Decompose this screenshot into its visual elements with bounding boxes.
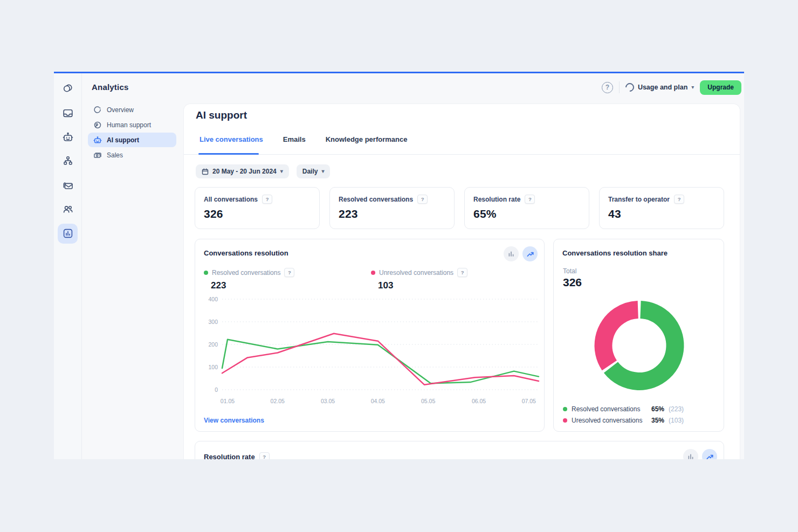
section-title: AI support [196, 109, 247, 121]
mail-icon[interactable] [61, 179, 74, 192]
overview-icon [93, 106, 102, 114]
sidebar-item-label: Overview [107, 106, 134, 114]
chart-title: Conversations resolution share [562, 246, 668, 257]
unresolved-dot [563, 418, 567, 423]
svg-text:300: 300 [208, 319, 218, 325]
stat-label: Resolved conversations [339, 196, 413, 203]
tab-knowledge-performance[interactable]: Knowledge performance [326, 135, 408, 151]
bar-chart-toggle[interactable] [504, 246, 519, 261]
top-header: Analytics ? Usage and plan ▾ Upgrade [81, 73, 744, 101]
view-conversations-link[interactable]: View conversations [204, 417, 264, 424]
legend-percent: 65% [651, 405, 664, 413]
legend-count: (223) [669, 405, 684, 413]
usage-label: Usage and plan [638, 84, 687, 91]
unresolved-dot [371, 271, 375, 275]
question-tooltip-icon[interactable]: ? [259, 452, 270, 460]
tab-bar: Live conversations Emails Knowledge perf… [200, 135, 407, 151]
calendar-icon [202, 168, 209, 175]
resolution-line-chart: 400300200100001.0502.0503.0504.0505.0506… [200, 294, 540, 409]
svg-text:02.05: 02.05 [271, 398, 285, 404]
legend-label: Unresolved conversations [379, 269, 453, 277]
resolved-dot [563, 407, 567, 411]
stat-value: 43 [608, 208, 715, 220]
sidebar-item-label: Sales [107, 151, 123, 159]
users-icon[interactable] [61, 203, 74, 216]
chart-title: Resolution rate [204, 453, 255, 460]
granularity-select[interactable]: Daily ▾ [297, 164, 331, 178]
stat-value: 65% [473, 208, 580, 220]
stat-value: 223 [339, 208, 445, 220]
usage-and-plan-dropdown[interactable]: Usage and plan ▾ [625, 83, 694, 92]
upgrade-button[interactable]: Upgrade [700, 80, 741, 95]
active-tab-underline [198, 153, 259, 155]
legend-resolved: Resolved conversations ? 223 [204, 268, 294, 291]
resolution-share-card: Conversations resolution share Total 326… [553, 239, 724, 432]
question-tooltip-icon[interactable]: ? [457, 268, 467, 277]
sidebar-item-human-support[interactable]: Human support [88, 118, 176, 132]
human-support-icon [93, 121, 102, 129]
flows-icon[interactable] [61, 155, 74, 168]
analytics-icon[interactable] [61, 227, 74, 240]
legend-percent: 35% [651, 417, 664, 424]
stat-card-row: All conversations? 326 Resolved conversa… [195, 187, 724, 229]
total-label: Total [563, 267, 576, 275]
stat-card-transfer-to-operator: Transfer to operator? 43 [599, 187, 724, 229]
sidebar-item-sales[interactable]: Sales [88, 148, 176, 162]
ai-support-icon [93, 136, 102, 144]
line-chart-toggle[interactable] [522, 246, 538, 261]
sidebar-item-label: AI support [107, 136, 139, 144]
legend-label: Resolved conversations [572, 405, 647, 413]
stat-card-resolution-rate: Resolution rate? 65% [464, 187, 589, 229]
app-window: Analytics ? Usage and plan ▾ Upgrade Ove… [54, 72, 744, 459]
chart-title: Conversations resolution [204, 246, 288, 257]
conversations-resolution-card: Conversations resolution Resolved conver… [195, 239, 545, 432]
svg-text:01.05: 01.05 [221, 398, 235, 404]
resolution-donut-chart [554, 299, 725, 396]
stat-value: 326 [204, 208, 311, 220]
svg-text:200: 200 [208, 341, 218, 348]
question-tooltip-icon[interactable]: ? [417, 195, 428, 204]
charts-row: Conversations resolution Resolved conver… [195, 239, 724, 432]
bar-chart-toggle[interactable] [683, 449, 698, 459]
stat-card-resolved-conversations: Resolved conversations? 223 [329, 187, 455, 229]
app-logo-icon[interactable] [61, 81, 74, 94]
question-tooltip-icon[interactable]: ? [262, 195, 272, 204]
line-chart-toggle[interactable] [702, 449, 717, 459]
question-tooltip-icon[interactable]: ? [674, 195, 684, 204]
tab-live-conversations[interactable]: Live conversations [200, 135, 263, 151]
legend-total: 103 [378, 280, 467, 291]
legend-item-unresolved: Uresolved conversations 35% (103) [563, 416, 684, 425]
svg-text:04.05: 04.05 [371, 398, 385, 404]
legend-item-resolved: Resolved conversations 65% (223) [563, 404, 684, 413]
sidebar-item-overview[interactable]: Overview [88, 102, 176, 117]
legend-count: (103) [669, 417, 684, 424]
question-tooltip-icon[interactable]: ? [284, 268, 294, 277]
inbox-icon[interactable] [61, 107, 74, 120]
ai-support-panel: AI support Live conversations Emails Kno… [184, 104, 740, 459]
help-icon[interactable]: ? [602, 82, 613, 93]
date-range-picker[interactable]: 20 May - 20 Jun 2024 ▾ [196, 164, 289, 178]
svg-text:0: 0 [215, 386, 218, 393]
legend-total: 223 [211, 280, 294, 291]
tab-divider [184, 154, 740, 155]
svg-text:05.05: 05.05 [421, 398, 435, 404]
chevron-down-icon: ▾ [280, 169, 283, 174]
resolution-rate-card: Resolution rate ? [195, 441, 724, 459]
chatbot-icon[interactable] [61, 131, 74, 144]
date-range-value: 20 May - 20 Jun 2024 [212, 168, 277, 175]
svg-text:06.05: 06.05 [472, 398, 486, 404]
svg-text:07.05: 07.05 [522, 398, 536, 404]
usage-ring-icon [624, 81, 636, 94]
tab-emails[interactable]: Emails [283, 135, 306, 151]
chevron-down-icon: ▾ [321, 169, 324, 174]
donut-legend: Resolved conversations 65% (223) Uresolv… [563, 404, 684, 425]
svg-text:03.05: 03.05 [321, 398, 335, 404]
sidebar-item-ai-support[interactable]: AI support [88, 133, 176, 147]
analytics-sidenav: Overview Human support AI support Sales [81, 102, 184, 163]
question-tooltip-icon[interactable]: ? [525, 195, 535, 204]
legend-label: Uresolved conversations [572, 417, 647, 424]
granularity-value: Daily [302, 168, 318, 175]
stat-card-all-conversations: All conversations? 326 [195, 187, 320, 229]
chevron-down-icon: ▾ [691, 85, 694, 90]
icon-rail [54, 73, 82, 459]
